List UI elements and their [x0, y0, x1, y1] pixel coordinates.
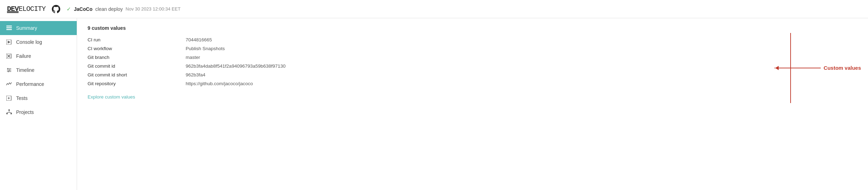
sidebar-label-failure: Failure — [16, 53, 31, 59]
deploy-action: clean deploy — [95, 6, 123, 12]
timeline-icon — [6, 67, 13, 74]
sidebar-item-performance[interactable]: Performance — [0, 77, 77, 91]
table-row-value: https://github.com/jacoco/jacoco — [186, 80, 857, 87]
sidebar-item-failure[interactable]: Failure — [0, 49, 77, 63]
logo: DEVELOCITY — [7, 5, 46, 13]
tests-icon — [6, 95, 13, 102]
table-row-key: CI run — [88, 36, 186, 43]
svg-rect-0 — [6, 26, 12, 27]
sidebar-item-console-log[interactable]: Console log — [0, 35, 77, 49]
sidebar-label-timeline: Timeline — [16, 67, 34, 73]
sidebar-item-tests[interactable]: Tests — [0, 91, 77, 105]
sidebar-item-timeline[interactable]: Timeline — [0, 63, 77, 77]
svg-rect-18 — [6, 113, 8, 114]
deploy-time: Nov 30 2023 12:00:34 EET — [126, 6, 181, 12]
sidebar-label-tests: Tests — [16, 95, 28, 101]
summary-icon — [6, 25, 13, 32]
table-row-key: Git repository — [88, 80, 186, 87]
svg-rect-1 — [6, 27, 12, 28]
explore-custom-values-link[interactable]: Explore custom values — [88, 94, 135, 100]
deploy-check-icon: ✓ — [67, 6, 71, 12]
deploy-name: JaCoCo — [74, 6, 92, 12]
performance-icon — [6, 81, 13, 88]
logo-elocity: ELOCITY — [19, 5, 46, 13]
table-row-value: master — [186, 54, 857, 61]
top-header: DEVELOCITY ✓ JaCoCo clean deploy Nov 30 … — [0, 0, 868, 18]
sidebar-item-summary[interactable]: Summary — [0, 21, 77, 35]
table-row-key: CI workflow — [88, 45, 186, 52]
sidebar: Summary Console log Failure — [0, 18, 77, 190]
deploy-info: ✓ JaCoCo clean deploy Nov 30 2023 12:00:… — [67, 6, 180, 12]
svg-rect-17 — [8, 109, 10, 111]
sidebar-label-summary: Summary — [16, 25, 37, 31]
table-row-value: 7044816665 — [186, 36, 857, 43]
failure-icon — [6, 53, 13, 60]
table-row-key: Git branch — [88, 54, 186, 61]
sidebar-label-console-log: Console log — [16, 39, 42, 45]
main-layout: Summary Console log Failure — [0, 18, 868, 190]
table-row-key: Git commit id short — [88, 72, 186, 78]
main-content: 9 custom values CI run7044816665CI workf… — [77, 18, 868, 190]
table-row-key: Git commit id — [88, 63, 186, 69]
svg-rect-19 — [11, 113, 12, 114]
sidebar-label-performance: Performance — [16, 81, 44, 87]
github-icon — [52, 5, 60, 13]
svg-rect-2 — [6, 29, 12, 30]
table-row-value: Publish Snapshots — [186, 45, 857, 52]
console-log-icon — [6, 39, 13, 46]
section-title: 9 custom values — [88, 25, 857, 31]
table-row-value: 962b3fa4dab8f541f2a94096793a59b638f97130 — [186, 63, 857, 69]
svg-marker-4 — [8, 41, 11, 43]
custom-values-table: CI run7044816665CI workflowPublish Snaps… — [88, 36, 857, 87]
table-row-value: 962b3fa4 — [186, 72, 857, 78]
projects-icon — [6, 109, 13, 116]
sidebar-item-projects[interactable]: Projects — [0, 105, 77, 119]
sidebar-label-projects: Projects — [16, 109, 34, 115]
logo-dev: DEV — [7, 5, 19, 13]
